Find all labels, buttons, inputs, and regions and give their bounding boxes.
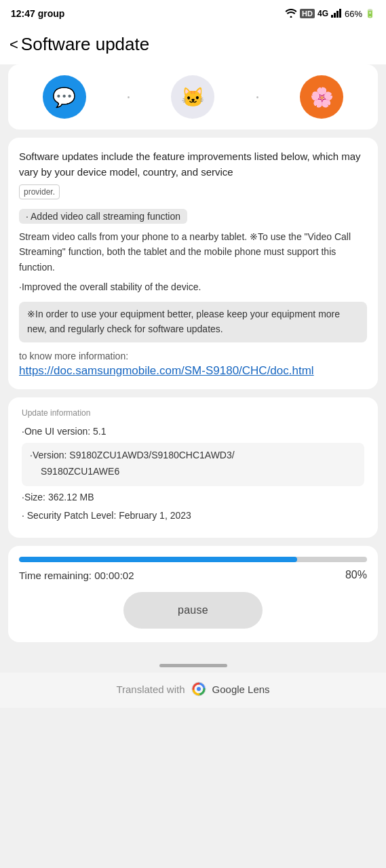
security-patch-row: · Security Patch Level: February 1, 2023 — [22, 509, 364, 523]
progress-area: Time remaining: 00:00:02 80% pause — [8, 546, 378, 642]
feature-desc: Stream video calls from your phone to a … — [19, 229, 367, 275]
google-lens-text: Google Lens — [212, 684, 270, 695]
banner-card: 💬 • 🐱 • 🌸 — [8, 64, 378, 130]
status-time: 12:47 group — [11, 8, 64, 19]
battery-icon: 🔋 — [365, 9, 375, 18]
feature-video-call: · Added video call streaming function St… — [19, 209, 367, 275]
update-info-card: Update information ·One UI version: 5.1 … — [8, 397, 378, 538]
version-block: ·Version: S9180ZCU1AWD3/S9180CHC1AWD3/ S… — [22, 443, 364, 486]
size-row: ·Size: 362.12 MB — [22, 490, 364, 505]
wifi-icon — [285, 8, 297, 20]
svg-point-0 — [290, 16, 292, 18]
version-sub-row: S9180ZCU1AWE6 — [30, 465, 356, 479]
update-info-label: Update information — [22, 408, 364, 418]
handle-bar — [159, 664, 227, 667]
svg-rect-4 — [339, 9, 341, 18]
status-icons: HD 4G 66% 🔋 — [285, 8, 375, 20]
svg-point-6 — [197, 687, 201, 691]
pause-button-wrap: pause — [19, 592, 367, 629]
hd-badge: HD — [300, 9, 315, 18]
banner-icon-3: 🌸 — [300, 75, 343, 119]
description-text: Software updates include the feature imp… — [19, 149, 367, 180]
one-ui-version: ·One UI version: 5.1 — [22, 425, 364, 439]
back-button[interactable]: < — [9, 36, 18, 54]
translated-with-text: Translated with — [116, 684, 185, 695]
notice-box: ※In order to use your equipment better, … — [19, 302, 367, 342]
link-label: to know more information: — [19, 351, 367, 361]
banner-icon-2: 🐱 — [171, 75, 214, 119]
feature-title: · Added video call streaming function — [19, 209, 187, 224]
progress-info: Time remaining: 00:00:02 80% — [19, 569, 367, 581]
version-row: ·Version: S9180ZCU1AWD3/S9180CHC1AWD3/ — [30, 448, 356, 462]
doc-link[interactable]: https://doc.samsungmobile.com/SM-S9180/C… — [19, 364, 314, 377]
status-bar: 12:47 group HD 4G 66% 🔋 — [0, 0, 386, 27]
provider-tag: provider. — [19, 184, 60, 200]
banner-icon-1: 💬 — [43, 75, 86, 119]
google-lens-logo — [191, 681, 207, 697]
lens-bar: Translated with Google Lens — [0, 673, 386, 708]
page-title: Software update — [21, 34, 149, 55]
progress-percent: 80% — [345, 569, 367, 581]
description-card: Software updates include the feature imp… — [8, 138, 378, 389]
header: < Software update — [0, 27, 386, 64]
link-area: to know more information: https://doc.sa… — [19, 351, 367, 379]
network-4g: 4G — [317, 9, 328, 18]
bottom-handle — [0, 656, 386, 673]
signal-icon — [331, 8, 342, 20]
svg-rect-1 — [331, 15, 333, 18]
main-content: 💬 • 🐱 • 🌸 Software updates include the f… — [0, 64, 386, 656]
progress-bar-container — [19, 557, 367, 562]
battery-indicator: 66% — [345, 9, 362, 19]
progress-bar-fill — [19, 557, 297, 562]
time-remaining: Time remaining: 00:00:02 — [19, 570, 134, 581]
svg-rect-2 — [334, 13, 336, 18]
pause-button[interactable]: pause — [123, 592, 263, 629]
svg-rect-3 — [336, 11, 339, 18]
stability-note: ·Improved the overall stability of the d… — [19, 281, 367, 292]
